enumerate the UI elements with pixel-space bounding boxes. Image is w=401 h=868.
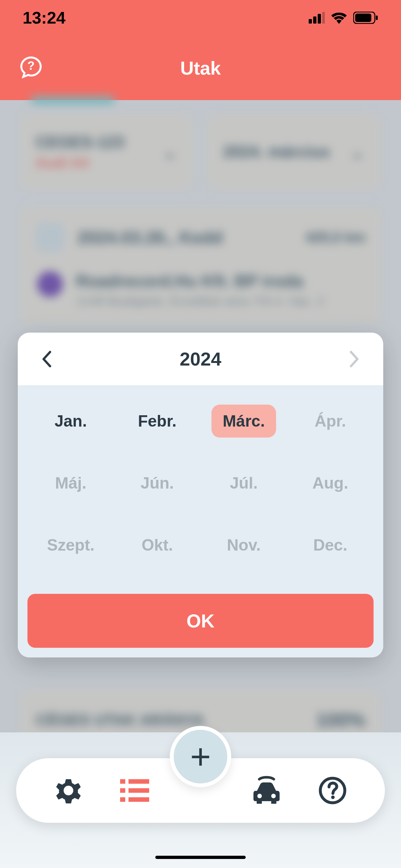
svg-rect-6 <box>376 16 378 20</box>
month-option: Jún. <box>125 467 189 500</box>
year-label: 2024 <box>180 348 221 370</box>
ok-button[interactable]: OK <box>27 594 374 648</box>
cellular-icon <box>309 12 325 24</box>
plus-icon: + <box>190 739 211 774</box>
svg-text:?: ? <box>27 59 35 72</box>
battery-icon <box>353 11 378 24</box>
settings-button[interactable] <box>49 771 88 810</box>
help-chat-button[interactable]: ? <box>19 56 42 80</box>
month-option: Aug. <box>298 467 363 500</box>
svg-rect-5 <box>355 13 371 22</box>
app-header: 13:24 ? Utak <box>0 0 401 100</box>
help-button[interactable] <box>313 771 352 810</box>
svg-rect-9 <box>128 779 149 784</box>
bottom-area: + <box>0 733 401 868</box>
svg-point-15 <box>271 794 276 798</box>
next-year-button[interactable] <box>344 349 364 369</box>
prev-year-button[interactable] <box>37 349 57 369</box>
svg-rect-11 <box>128 788 149 793</box>
svg-point-14 <box>257 794 262 798</box>
svg-rect-1 <box>313 17 316 24</box>
home-indicator[interactable] <box>155 856 246 859</box>
svg-point-17 <box>331 796 335 799</box>
month-option: Máj. <box>38 467 103 500</box>
list-button[interactable] <box>115 771 154 810</box>
svg-rect-10 <box>120 788 125 793</box>
page-title: Utak <box>180 57 221 79</box>
month-option: Dec. <box>298 529 363 562</box>
month-option: Ápr. <box>298 405 363 438</box>
wifi-icon <box>331 11 347 24</box>
modal-footer: OK <box>18 584 383 657</box>
months-grid: Jan.Febr.Márc.Ápr.Máj.Jún.Júl.Aug.Szept.… <box>18 385 383 584</box>
month-option: Okt. <box>125 529 189 562</box>
status-indicators <box>309 11 378 24</box>
status-bar: 13:24 <box>0 0 401 35</box>
month-option: Júl. <box>212 467 276 500</box>
month-option: Szept. <box>38 529 103 562</box>
month-option[interactable]: Jan. <box>38 405 103 438</box>
svg-rect-2 <box>318 14 321 24</box>
nav-bar: ? Utak <box>0 35 401 100</box>
svg-rect-12 <box>120 797 125 802</box>
car-button[interactable] <box>247 771 286 810</box>
modal-header: 2024 <box>18 333 383 385</box>
svg-rect-3 <box>322 12 325 24</box>
month-option: Nov. <box>212 529 276 562</box>
month-option[interactable]: Márc. <box>212 405 276 438</box>
status-time: 13:24 <box>23 8 66 27</box>
add-button[interactable]: + <box>170 726 231 787</box>
month-option[interactable]: Febr. <box>125 405 189 438</box>
svg-rect-8 <box>120 779 125 784</box>
month-picker-modal: 2024 Jan.Febr.Márc.Ápr.Máj.Jún.Júl.Aug.S… <box>18 333 383 657</box>
svg-rect-13 <box>128 797 149 802</box>
svg-rect-0 <box>309 19 312 24</box>
